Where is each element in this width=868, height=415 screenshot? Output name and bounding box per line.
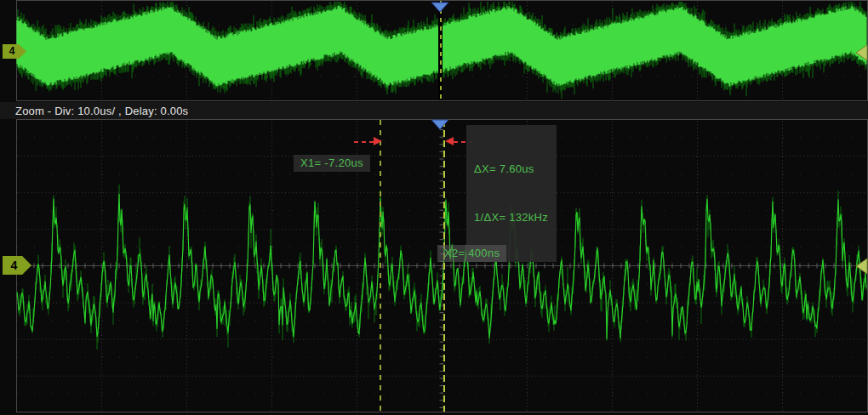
- cursor-x2-arrow-icon: [445, 137, 454, 145]
- cursor-x1-line[interactable]: [380, 120, 381, 412]
- zoom-waveform-panel[interactable]: X1= -7.20us ΔX= 7.60us 1/ΔX= 132kHz X2= …: [0, 119, 868, 415]
- inverse-delta-x-value: 1/ΔX= 132kHz: [474, 209, 548, 225]
- cursor-x1-arrow-line: [354, 141, 374, 143]
- trigger-level-marker-zoom[interactable]: [855, 258, 868, 275]
- cursor-x1-label[interactable]: X1= -7.20us: [294, 155, 370, 172]
- level-triangle-icon: [855, 258, 868, 275]
- zoom-timebase-bar[interactable]: Zoom - Div: 10.0us/ , Delay: 0.00s: [0, 102, 868, 119]
- channel-number: 4: [9, 45, 15, 57]
- zoom-window-position-line[interactable]: [438, 1, 443, 100]
- zoom-timebase-label: Zoom - Div: 10.0us/ , Delay: 0.00s: [0, 105, 188, 117]
- cursor-x2-label[interactable]: X2= 400ns: [437, 245, 506, 262]
- zoom-graticule-canvas: [0, 119, 868, 415]
- trigger-triangle-icon: [431, 2, 449, 13]
- cursor-delta-panel: ΔX= 7.60us 1/ΔX= 132kHz: [466, 125, 557, 262]
- trigger-position-marker-zoom[interactable]: [431, 119, 449, 130]
- main-waveform-panel[interactable]: 4: [0, 0, 868, 102]
- main-graticule-canvas: [0, 0, 868, 102]
- trigger-triangle-icon: [431, 119, 449, 130]
- trigger-level-marker-main[interactable]: [855, 44, 868, 61]
- channel-number: 4: [11, 259, 18, 272]
- zoom-window-dash: [440, 1, 442, 100]
- level-triangle-icon: [855, 44, 868, 61]
- oscilloscope-screen: { "zoom_bar": { "text": "Zoom - Div: 10.…: [0, 0, 868, 415]
- trigger-position-marker-main[interactable]: [431, 2, 449, 13]
- delta-x-value: ΔX= 7.60us: [474, 161, 548, 177]
- cursor-x2-line[interactable]: [443, 120, 445, 412]
- cursor-x1-arrow-icon: [374, 137, 382, 145]
